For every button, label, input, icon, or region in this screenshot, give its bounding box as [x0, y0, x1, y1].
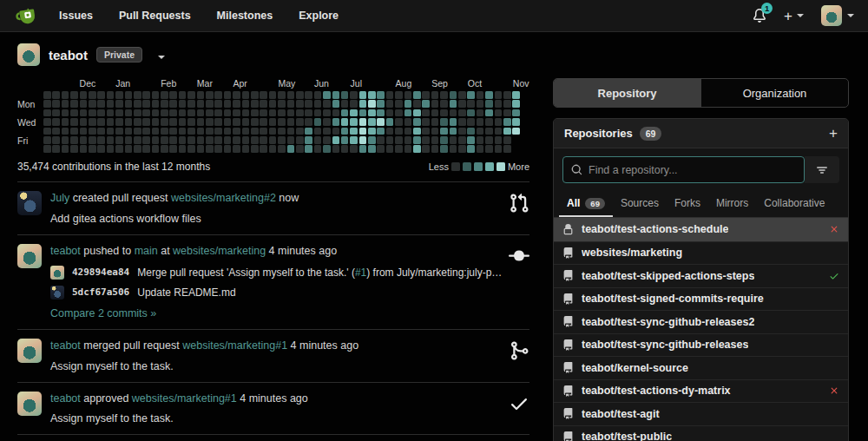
heatmap-cell	[350, 145, 358, 153]
heatmap-cell	[242, 128, 250, 135]
heatmap-cell	[251, 128, 259, 135]
committer-avatar[interactable]	[50, 286, 64, 299]
repository-list-item[interactable]: teabot/test-actions-dy-matrix	[554, 379, 848, 403]
filter-tab-sources[interactable]: Sources	[613, 191, 667, 217]
heatmap-month-label: Nov	[513, 78, 529, 89]
actor-avatar[interactable]	[17, 339, 42, 363]
repository-list-item[interactable]: teabot/test-sync-github-releases	[554, 333, 848, 357]
feed-link[interactable]: July	[50, 192, 69, 204]
heatmap-cell	[467, 128, 475, 135]
add-repository-button[interactable]: +	[829, 126, 838, 141]
repository-list-item[interactable]: teabot/test-public	[554, 425, 848, 441]
contributions-summary: 35,474 contributions in the last 12 mont…	[17, 161, 210, 173]
heatmap-cell	[107, 136, 115, 144]
feed-link[interactable]: main	[135, 245, 158, 257]
create-new-dropdown[interactable]: +	[784, 9, 804, 23]
heatmap-cell	[97, 145, 105, 153]
user-menu-dropdown[interactable]	[821, 5, 854, 26]
commit-status-success-icon[interactable]	[829, 271, 839, 281]
commit-sha-link[interactable]: 5dcf67a506	[72, 286, 129, 298]
nav-item-pull-requests[interactable]: Pull Requests	[119, 10, 191, 22]
heatmap-cell	[125, 118, 133, 126]
feed-link[interactable]: teabot	[50, 392, 81, 405]
heatmap-cell	[89, 145, 96, 153]
user-avatar	[821, 5, 842, 26]
nav-item-explore[interactable]: Explore	[299, 10, 339, 22]
heatmap-cell	[287, 118, 295, 126]
repository-list-item[interactable]: teabot/test-actions-schedule	[554, 218, 848, 241]
heatmap-cell	[70, 100, 78, 108]
heatmap-cell	[52, 109, 60, 117]
filter-tab-forks[interactable]: Forks	[667, 191, 708, 217]
nav-item-issues[interactable]: Issues	[59, 10, 93, 22]
repository-list-item[interactable]: teabot/test-signed-commits-require	[554, 287, 848, 311]
heatmap-day-label: Mon	[17, 99, 35, 109]
repository-name: teabot/test-skipped-actions-steps	[582, 270, 754, 282]
tab-organization[interactable]: Organization	[700, 79, 848, 107]
heatmap-cell	[62, 100, 69, 108]
heatmap-cell	[62, 128, 69, 135]
heatmap-cell	[187, 118, 195, 126]
repository-filter-button[interactable]	[805, 156, 839, 183]
gitea-logo-icon[interactable]	[14, 3, 40, 29]
heatmap-cell	[269, 145, 277, 153]
feed-link[interactable]: teabot	[50, 339, 81, 352]
heatmap-cell	[512, 128, 520, 135]
heatmap-cell	[458, 136, 466, 144]
heatmap-cell	[233, 136, 240, 144]
heatmap-cell	[142, 100, 150, 108]
commit-sha-link[interactable]: 429894ea84	[72, 267, 129, 278]
heatmap-cell	[251, 136, 259, 144]
heatmap-cell	[169, 136, 177, 144]
repository-name: websites/marketing	[582, 247, 682, 259]
heatmap-cell	[197, 100, 205, 108]
feed-link[interactable]: teabot	[50, 245, 81, 257]
repository-list-item[interactable]: teabot/test-sync-github-releases2	[554, 310, 848, 333]
notifications-button[interactable]: 1	[753, 9, 766, 23]
filter-tab-collaborative[interactable]: Collaborative	[756, 191, 832, 217]
context-switcher-button[interactable]	[155, 43, 168, 66]
actor-avatar[interactable]	[17, 244, 42, 268]
repository-list-item[interactable]: teabot/kernel-source	[554, 356, 848, 379]
feed-link[interactable]: #1	[355, 267, 366, 279]
repository-list-item[interactable]: teabot/test-agit	[554, 402, 848, 425]
feed-entry-title: teabot pushed to main at websites/market…	[50, 244, 503, 259]
feed-entry-description[interactable]: Assign myself to the task.	[50, 412, 503, 425]
commit-status-failure-icon[interactable]	[829, 224, 839, 234]
tab-repository[interactable]: Repository	[554, 79, 700, 107]
commit-status-failure-icon[interactable]	[829, 385, 839, 396]
heatmap-cell	[485, 128, 493, 135]
repository-name: teabot/test-agit	[582, 408, 660, 420]
feed-link[interactable]: websites/marketing#1	[132, 392, 237, 405]
heatmap-cell	[169, 109, 177, 117]
feed-link[interactable]: websites/marketing#1	[182, 339, 287, 352]
context-name[interactable]: teabot	[49, 48, 88, 63]
heatmap-cell	[142, 145, 150, 153]
feed-link[interactable]: websites/marketing#2	[171, 192, 276, 204]
repository-list-item[interactable]: websites/marketing	[554, 241, 848, 265]
feed-link[interactable]: websites/marketing	[173, 245, 266, 257]
heatmap-cell	[485, 100, 493, 108]
heatmap-cell	[305, 136, 312, 144]
heatmap-cell	[323, 100, 331, 108]
heatmap-cell	[89, 100, 96, 108]
repository-search-input[interactable]	[589, 164, 796, 176]
nav-item-milestones[interactable]: Milestones	[217, 10, 273, 22]
heatmap-cell	[440, 109, 448, 117]
heatmap-cell	[80, 109, 88, 117]
context-avatar[interactable]	[17, 43, 40, 66]
heatmap-cell	[242, 136, 250, 144]
actor-avatar[interactable]	[17, 191, 42, 215]
filter-tab-mirrors[interactable]: Mirrors	[708, 191, 756, 217]
heatmap-cell	[350, 91, 358, 99]
filter-tab-all[interactable]: All 69	[559, 191, 613, 217]
heatmap-cell	[97, 91, 105, 99]
heatmap-cell	[161, 100, 168, 108]
heatmap-cell	[296, 145, 304, 153]
actor-avatar[interactable]	[17, 392, 42, 416]
repository-list-item[interactable]: teabot/test-skipped-actions-steps	[554, 264, 848, 287]
repository-name: teabot/kernel-source	[582, 362, 688, 374]
compare-commits-link[interactable]: Compare 2 commits »	[50, 307, 503, 319]
committer-avatar[interactable]	[50, 266, 64, 280]
heatmap-cell	[89, 128, 96, 135]
